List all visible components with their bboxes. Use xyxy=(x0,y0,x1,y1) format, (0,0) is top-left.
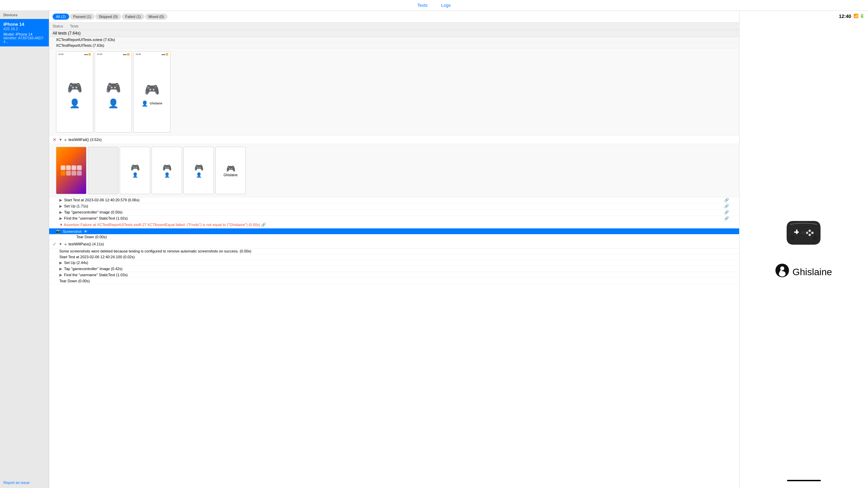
screenshot-icon: 📷 xyxy=(56,229,61,233)
pass-step-setup: ▶ Set Up (2.44s) xyxy=(49,260,739,266)
tests-col-header: Tests xyxy=(70,24,79,28)
controller-sm-4: 🎮 xyxy=(226,164,235,173)
device-name: iPhone 14 xyxy=(3,22,45,27)
step-tap-controller: ▶ Tap "gamecontroller" Image (0.50s) 🔗 xyxy=(49,209,739,216)
user-icon-2: 👤 xyxy=(108,98,119,109)
pass-icon: ✓ xyxy=(53,241,57,247)
step-link-1[interactable]: 🔗 xyxy=(724,198,729,202)
preview-user-icon xyxy=(775,264,789,280)
user-sm-1: 👤 xyxy=(132,172,138,178)
assertion-toggle[interactable]: ▼ xyxy=(59,223,63,227)
step-find-username: ▶ Find the "username" StaticText (1.02s)… xyxy=(49,216,739,222)
test-will-pass-label: testWillPass() (4.11s) xyxy=(68,242,104,246)
failed-thumb-controller-4[interactable]: 🎮 Ghislaine xyxy=(215,147,246,194)
collapse-icon: ▼ xyxy=(59,138,62,142)
filter-all[interactable]: All (2) xyxy=(53,14,69,20)
pass-step-teardown-text: Tear Down (0.00s) xyxy=(59,279,729,283)
failed-thumb-homescreen[interactable] xyxy=(56,147,86,194)
assertion-failure: ▼ Assertion Failure at XCTestReportUITes… xyxy=(49,222,739,228)
assertion-link[interactable]: 🔗 xyxy=(261,223,266,227)
screenshot-eye-icon: 👁 xyxy=(84,229,87,233)
passed-screenshots-row: 12:46 ●●● 📶 🎮 👤 12:46 ●●● 📶 🎮 xyxy=(49,48,739,136)
step-toggle-3[interactable]: ▶ xyxy=(59,210,62,215)
user-sm-2: 👤 xyxy=(164,172,170,178)
pass-collapse-icon: ▼ xyxy=(59,242,62,246)
screenshot-highlight-row[interactable]: 📷 Screenshot 👁 xyxy=(49,228,739,234)
ghislaine-sm: Ghislaine xyxy=(223,173,238,177)
controller-icon-2: 🎮 xyxy=(106,81,121,95)
phone-content-3: 🎮 👤 Ghislaine xyxy=(141,57,162,132)
device-info[interactable]: iPhone 14 iOS 16.2 Model: iPhone 14 Iden… xyxy=(0,19,49,46)
svg-point-7 xyxy=(790,236,794,240)
step-text-1: Start Test at 2023-02-06 12:40:20.579 (0… xyxy=(64,198,722,202)
content-area: All (2) Passed (1) Skipped (0) Failed (1… xyxy=(49,11,739,488)
step-link-4[interactable]: 🔗 xyxy=(724,216,729,221)
user-icon-1: 👤 xyxy=(69,98,80,109)
test-will-pass-header[interactable]: ✓ ▼ ■ testWillPass() (4.11s) xyxy=(49,240,739,248)
svg-point-13 xyxy=(780,269,781,271)
app-icon xyxy=(77,165,82,170)
fail-icon: ✕ xyxy=(53,137,57,142)
failed-thumb-controller-2[interactable]: 🎮 👤 xyxy=(152,147,182,194)
xctest-group[interactable]: XCTestReportUITests.xctest (7.63s) xyxy=(49,37,739,43)
pass-step-setup-text: Set Up (2.44s) xyxy=(64,261,729,265)
step-link-3[interactable]: 🔗 xyxy=(724,210,729,215)
failed-thumb-controller-3[interactable]: 🎮 👤 xyxy=(183,147,214,194)
filter-skipped[interactable]: Skipped (0) xyxy=(95,14,121,20)
app-icon xyxy=(72,171,76,176)
pass-step-tap: ▶ Tap "gamecontroller" Image (0.42s) xyxy=(49,266,739,272)
app-icon xyxy=(66,165,71,170)
step-link-2[interactable]: 🔗 xyxy=(724,204,729,208)
screenshot-thumb-3[interactable]: 12:46 ●●● 📶 🎮 👤 Ghislaine xyxy=(133,51,171,133)
report-issue-link[interactable]: Report an issue xyxy=(3,481,45,485)
pass-step-find-text: Find the "username" StaticText (1.03s) xyxy=(64,273,729,277)
app-icon xyxy=(61,165,65,170)
logs-nav-link[interactable]: Logs xyxy=(441,3,451,8)
controller-sm-2: 🎮 xyxy=(162,163,172,172)
svg-point-8 xyxy=(813,236,817,240)
svg-point-11 xyxy=(779,271,786,277)
pass-step-find: ▶ Find the "username" StaticText (1.03s) xyxy=(49,272,739,278)
svg-point-2 xyxy=(809,230,811,232)
step-toggle-4[interactable]: ▶ xyxy=(59,216,62,221)
screenshot-thumb-2[interactable]: 12:46 ●●● 📶 🎮 👤 xyxy=(95,51,132,133)
preview-status-icons: ... 📶 🔋 xyxy=(849,14,865,18)
device-os: iOS 16.2 xyxy=(3,27,45,31)
failed-thumb-blank[interactable] xyxy=(88,147,118,194)
step-start-test: ▶ Start Test at 2023-02-06 12:40:20.579 … xyxy=(49,197,739,203)
filter-mixed[interactable]: Mixed (0) xyxy=(145,14,167,20)
pass-step-toggle-tap[interactable]: ▶ xyxy=(59,267,62,271)
user-sm-3: 👤 xyxy=(196,172,202,178)
device-identifier: Identifier: A7397166-A8D7-4... xyxy=(3,36,45,44)
uitests-group[interactable]: XCTestReportUITests (7.63s) xyxy=(49,43,739,48)
preview-username-text: Ghislaine xyxy=(792,267,832,278)
status-col-header: Status xyxy=(53,24,63,28)
step-toggle-2[interactable]: ▶ xyxy=(59,204,62,208)
pass-step-toggle-setup[interactable]: ▶ xyxy=(59,261,62,265)
test-list: All tests (7.64s) XCTestReportUITests.xc… xyxy=(49,30,739,488)
preview-user-row: Ghislaine xyxy=(775,264,832,280)
filter-passed[interactable]: Passed (1) xyxy=(70,14,95,20)
pass-test-file-icon: ■ xyxy=(64,242,66,246)
screenshot-thumb-1[interactable]: 12:46 ●●● 📶 🎮 👤 xyxy=(56,51,93,133)
test-will-fail-header[interactable]: ✕ ▼ ■ testWillFail() (3.52s) xyxy=(49,136,739,144)
test-file-icon: ■ xyxy=(64,138,66,142)
all-tests-header[interactable]: All tests (7.64s) xyxy=(49,30,739,37)
controller-svg xyxy=(783,219,824,246)
phone-status-bar-2: 12:46 ●●● 📶 xyxy=(95,52,132,57)
test-will-fail-label: testWillFail() (3.52s) xyxy=(68,138,102,142)
pass-note-text: Some screenshots were deleted because te… xyxy=(59,249,729,253)
controller-icon-1: 🎮 xyxy=(67,81,82,95)
tests-nav-link[interactable]: Tests xyxy=(417,3,428,8)
step-toggle-1[interactable]: ▶ xyxy=(59,198,62,202)
svg-rect-1 xyxy=(794,231,799,233)
failed-thumb-controller-1[interactable]: 🎮 👤 xyxy=(120,147,150,194)
pass-note: Some screenshots were deleted because te… xyxy=(49,248,739,254)
top-navigation: Tests Logs xyxy=(0,0,868,11)
pass-step-toggle-find[interactable]: ▶ xyxy=(59,273,62,277)
pass-step-start-text: Start Test at 2023-02-06 12:40:24.100 (0… xyxy=(59,255,729,259)
pass-step-teardown: Tear Down (0.00s) xyxy=(49,278,739,284)
preview-phone-content: Ghislaine xyxy=(769,11,839,488)
filter-failed[interactable]: Failed (1) xyxy=(122,14,144,20)
step-setup: ▶ Set Up (1.71s) 🔗 xyxy=(49,203,739,209)
